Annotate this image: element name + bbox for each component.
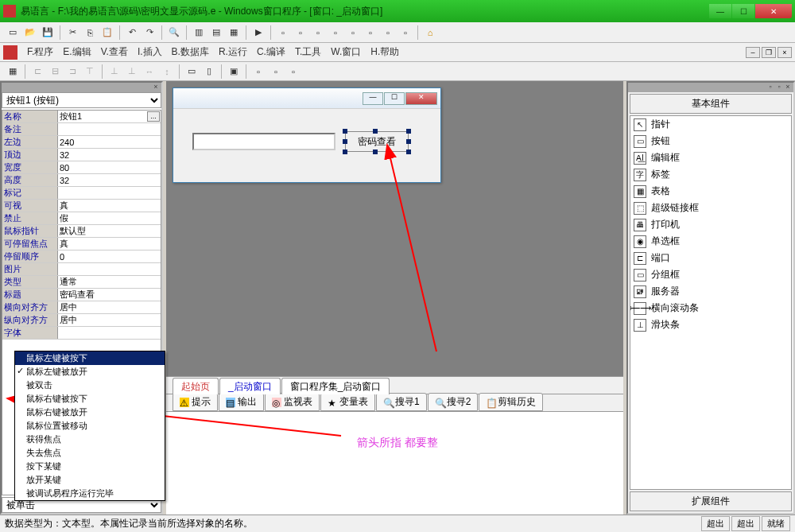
prop-row[interactable]: 高度32 <box>2 174 161 187</box>
align-bottom-icon[interactable]: ⊥ <box>124 64 140 80</box>
ellipsis-button[interactable]: ... <box>147 111 160 122</box>
event-item[interactable]: 鼠标左键被放开 <box>15 365 165 379</box>
close-button[interactable]: ✕ <box>755 4 792 18</box>
output-tab-vars[interactable]: ★变量表 <box>320 393 375 411</box>
menu-edit[interactable]: E.编辑 <box>58 44 95 60</box>
menu-program[interactable]: F.程序 <box>22 44 58 60</box>
new-icon[interactable]: ▭ <box>5 25 21 41</box>
design-window-body[interactable]: 密码查看 <box>173 109 440 184</box>
object-selector[interactable]: 按钮1 (按钮) <box>2 92 161 108</box>
run-icon[interactable]: ▶ <box>250 25 266 41</box>
minimize-button[interactable]: — <box>709 4 731 18</box>
undo-icon[interactable]: ↶ <box>124 25 140 41</box>
output-tab-clip[interactable]: 📋剪辑历史 <box>479 393 543 411</box>
component-item[interactable]: ▭分组框 <box>630 266 791 283</box>
component-item[interactable]: A͟I编辑框 <box>630 150 791 166</box>
tab-proc[interactable]: 窗口程序集_启动窗口 <box>281 378 390 394</box>
save-icon[interactable]: 💾 <box>40 25 56 41</box>
panel-close2-icon[interactable]: × <box>784 83 792 91</box>
prop-row[interactable]: 标记 <box>2 187 161 200</box>
prop-value[interactable]: 按钮1... <box>58 111 161 122</box>
component-item[interactable]: ⟵⟶横向滚动条 <box>630 300 791 316</box>
prop-value[interactable]: 居中 <box>58 301 161 313</box>
output-tab-watch[interactable]: ◎监视表 <box>265 393 320 411</box>
prop-value[interactable] <box>58 123 161 135</box>
design-canvas[interactable]: — ☐ ✕ 密码查看 <box>166 81 623 376</box>
find-icon[interactable]: 🔍 <box>166 25 182 41</box>
menu-tools[interactable]: T.工具 <box>290 44 326 60</box>
cut-icon[interactable]: ✂ <box>64 25 80 41</box>
paste-icon[interactable]: 📋 <box>99 25 115 41</box>
prop-row[interactable]: 宽度80 <box>2 161 161 174</box>
component-item[interactable]: 🖳服务器 <box>630 283 791 300</box>
layout3-icon[interactable]: ▦ <box>226 25 242 41</box>
component-item[interactable]: ▦表格 <box>630 183 791 200</box>
design-window[interactable]: — ☐ ✕ 密码查看 <box>173 87 441 183</box>
prop-row[interactable]: 纵向对齐方式居中 <box>2 314 161 327</box>
menu-help[interactable]: H.帮助 <box>366 44 404 60</box>
layout2-icon[interactable]: ▤ <box>208 25 224 41</box>
component-item[interactable]: 🖶打印机 <box>630 216 791 233</box>
prop-value[interactable] <box>58 263 161 275</box>
prop-value[interactable]: 通常 <box>58 276 161 288</box>
copy-icon[interactable]: ⎘ <box>82 25 98 41</box>
prop-value[interactable]: 真 <box>58 200 161 212</box>
design-textbox[interactable] <box>192 133 335 150</box>
prop-row[interactable]: 禁止假 <box>2 212 161 225</box>
menu-compile[interactable]: C.编译 <box>252 44 290 60</box>
output-tab-output[interactable]: ▤输出 <box>219 393 264 411</box>
prop-row[interactable]: 横向对齐方式居中 <box>2 301 161 314</box>
prop-row[interactable]: 备注 <box>2 123 161 136</box>
prop-value[interactable]: 32 <box>58 149 161 161</box>
component-list[interactable]: ↖指针▭按钮A͟I编辑框字标签▦表格⬚超级链接框🖶打印机◉单选框⊏端口▭分组框🖳… <box>630 115 792 490</box>
align-left-icon[interactable]: ⊏ <box>29 64 45 80</box>
event-item[interactable]: 被双击 <box>15 379 165 392</box>
output-tab-search2[interactable]: 🔍搜寻2 <box>428 393 479 411</box>
align-right-icon[interactable]: ⊐ <box>64 64 80 80</box>
prop-value[interactable]: 真 <box>58 238 161 250</box>
event-item[interactable]: 鼠标右键被按下 <box>15 392 165 406</box>
misc3-icon[interactable]: ▫ <box>285 64 301 80</box>
component-item[interactable]: ⬚超级链接框 <box>630 200 791 216</box>
center-v-icon[interactable]: ▯ <box>201 64 217 80</box>
event-item[interactable]: 鼠标左键被按下 <box>15 351 165 365</box>
same-width-icon[interactable]: ↔ <box>142 64 157 80</box>
tab-startpage[interactable]: 起始页 <box>173 378 219 394</box>
mdi-minimize[interactable]: – <box>746 47 760 58</box>
event-item[interactable]: 失去焦点 <box>15 446 165 460</box>
tool8-icon[interactable]: ▫ <box>398 25 413 41</box>
event-item[interactable]: 获得焦点 <box>15 433 165 446</box>
misc2-icon[interactable]: ▫ <box>268 64 284 80</box>
component-item[interactable]: ⊥滑块条 <box>630 316 791 333</box>
menu-window[interactable]: W.窗口 <box>326 44 366 60</box>
ext-components-header[interactable]: 扩展组件 <box>630 491 792 511</box>
center-h-icon[interactable]: ▭ <box>184 64 200 80</box>
panel-btn1-icon[interactable]: ▫ <box>766 83 774 91</box>
tool7-icon[interactable]: ▫ <box>380 25 396 41</box>
tool4-icon[interactable]: ▫ <box>328 25 343 41</box>
prop-value[interactable]: 240 <box>58 136 161 148</box>
align-center-h-icon[interactable]: ⊟ <box>47 64 63 80</box>
prop-row[interactable]: 停留顺序0 <box>2 250 161 263</box>
prop-row[interactable]: 顶边32 <box>2 149 161 161</box>
event-item[interactable]: 鼠标位置被移动 <box>15 419 165 433</box>
align-top-icon[interactable]: ⊤ <box>82 64 98 80</box>
event-item[interactable]: 被调试易程序运行完毕 <box>15 487 165 500</box>
tool2-icon[interactable]: ▫ <box>293 25 308 41</box>
same-height-icon[interactable]: ↕ <box>159 64 175 80</box>
menu-run[interactable]: R.运行 <box>214 44 252 60</box>
output-tab-search1[interactable]: 🔍搜寻1 <box>376 393 427 411</box>
prop-value[interactable]: 居中 <box>58 314 161 326</box>
bring-front-icon[interactable]: ▣ <box>226 64 242 80</box>
prop-row[interactable]: 图片 <box>2 263 161 276</box>
prop-row[interactable]: 可停留焦点真 <box>2 238 161 250</box>
prop-value[interactable] <box>58 327 161 339</box>
prop-value[interactable]: 32 <box>58 174 161 186</box>
status-btn-2[interactable]: 就绪 <box>762 516 790 531</box>
panel-btn2-icon[interactable]: ▫ <box>775 83 783 91</box>
grid-icon[interactable]: ▦ <box>5 64 21 80</box>
event-item[interactable]: 鼠标右键被放开 <box>15 406 165 419</box>
open-icon[interactable]: 📂 <box>22 25 38 41</box>
tab-window[interactable]: _启动窗口 <box>219 378 281 394</box>
prop-row[interactable]: 标题密码查看 <box>2 289 161 301</box>
